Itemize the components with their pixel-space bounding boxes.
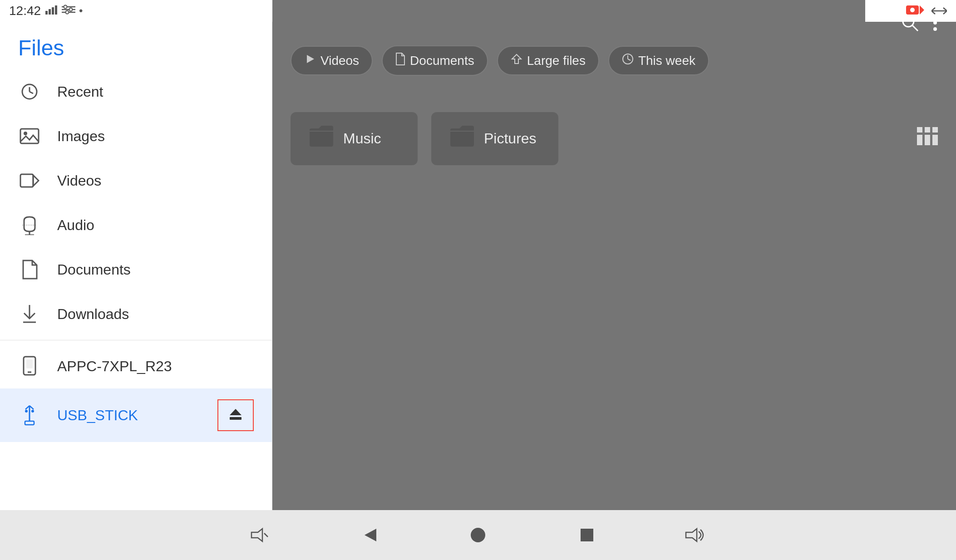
chip-videos[interactable]: Videos bbox=[291, 46, 373, 75]
svg-rect-63 bbox=[581, 529, 593, 541]
sidebar-title: Files bbox=[0, 22, 272, 69]
svg-rect-2 bbox=[52, 7, 54, 15]
svg-rect-50 bbox=[917, 127, 922, 133]
sidebar: Files Recent Images bbox=[0, 0, 272, 560]
svg-rect-32 bbox=[26, 359, 33, 368]
folder-music-label: Music bbox=[343, 130, 381, 147]
chip-documents[interactable]: Documents bbox=[382, 45, 488, 76]
recent-icon bbox=[18, 80, 41, 103]
sidebar-item-usb[interactable]: USB_STICK bbox=[0, 388, 272, 442]
svg-line-49 bbox=[628, 59, 631, 60]
svg-rect-3 bbox=[55, 5, 57, 15]
folder-pictures-label: Pictures bbox=[484, 130, 537, 147]
svg-marker-61 bbox=[365, 529, 376, 541]
record-icon bbox=[906, 4, 924, 18]
svg-point-9 bbox=[66, 11, 69, 14]
volume-up-button[interactable] bbox=[682, 521, 710, 549]
sidebar-nav: Recent Images Videos bbox=[0, 69, 272, 560]
view-toggle[interactable] bbox=[917, 127, 938, 149]
svg-line-60 bbox=[264, 533, 268, 537]
folder-card-pictures[interactable]: Pictures bbox=[431, 112, 558, 165]
main-toolbar bbox=[272, 0, 956, 45]
svg-point-37 bbox=[25, 410, 28, 413]
svg-rect-53 bbox=[917, 135, 922, 140]
svg-rect-34 bbox=[25, 421, 34, 425]
expand-icon bbox=[931, 3, 947, 19]
main-area: Videos Documents Large files bbox=[272, 0, 956, 535]
filter-chips: Videos Documents Large files bbox=[272, 45, 956, 85]
audio-icon bbox=[18, 214, 41, 236]
top-right-system bbox=[865, 0, 956, 22]
back-button[interactable] bbox=[355, 521, 383, 549]
folder-pictures-icon bbox=[449, 125, 475, 152]
volume-down-button[interactable] bbox=[246, 521, 274, 549]
sidebar-item-documents[interactable]: Documents bbox=[0, 247, 272, 292]
documents-icon bbox=[18, 258, 41, 281]
status-bar: 12:42 • bbox=[0, 0, 272, 22]
chip-videos-icon bbox=[304, 53, 316, 68]
svg-line-42 bbox=[912, 25, 918, 31]
svg-point-12 bbox=[910, 8, 915, 12]
svg-rect-40 bbox=[230, 417, 241, 420]
signal-icon bbox=[45, 5, 58, 17]
sidebar-item-usb-label: USB_STICK bbox=[57, 407, 138, 424]
sidebar-item-videos-label: Videos bbox=[57, 172, 101, 189]
svg-marker-59 bbox=[251, 529, 262, 541]
folder-card-music[interactable]: Music bbox=[291, 112, 418, 165]
svg-rect-52 bbox=[932, 127, 938, 133]
svg-rect-54 bbox=[925, 135, 930, 140]
svg-point-62 bbox=[471, 528, 485, 542]
svg-point-45 bbox=[933, 27, 937, 31]
sidebar-item-audio[interactable]: Audio bbox=[0, 203, 272, 247]
svg-rect-0 bbox=[45, 11, 48, 15]
sidebar-item-audio-label: Audio bbox=[57, 217, 94, 234]
tune-icon bbox=[62, 4, 75, 18]
sidebar-item-images[interactable]: Images bbox=[0, 114, 272, 158]
sidebar-item-downloads-label: Downloads bbox=[57, 306, 129, 323]
chip-this-week[interactable]: This week bbox=[608, 46, 709, 75]
chip-large-files[interactable]: Large files bbox=[497, 46, 599, 75]
chip-documents-icon bbox=[395, 53, 405, 69]
svg-rect-57 bbox=[925, 140, 930, 145]
svg-rect-21 bbox=[20, 129, 39, 143]
sidebar-item-appc[interactable]: APPC-7XPL_R23 bbox=[0, 344, 272, 388]
chip-this-week-icon bbox=[622, 53, 634, 68]
device-icon bbox=[18, 355, 41, 378]
svg-marker-39 bbox=[230, 409, 241, 415]
svg-rect-55 bbox=[932, 135, 938, 140]
dot-indicator: • bbox=[79, 5, 83, 17]
home-button[interactable] bbox=[464, 521, 492, 549]
folder-music-icon bbox=[309, 125, 334, 152]
chip-documents-label: Documents bbox=[410, 54, 474, 68]
sidebar-item-recent[interactable]: Recent bbox=[0, 69, 272, 114]
svg-rect-23 bbox=[20, 174, 33, 187]
videos-icon bbox=[18, 169, 41, 192]
svg-rect-58 bbox=[932, 140, 938, 145]
sidebar-item-downloads[interactable]: Downloads bbox=[0, 292, 272, 336]
chip-this-week-label: This week bbox=[638, 54, 695, 68]
chip-large-files-label: Large files bbox=[527, 54, 586, 68]
svg-point-38 bbox=[31, 410, 34, 413]
svg-rect-51 bbox=[925, 127, 930, 133]
sidebar-divider bbox=[0, 340, 272, 340]
svg-point-22 bbox=[24, 132, 27, 135]
svg-marker-46 bbox=[307, 55, 314, 63]
sidebar-item-videos[interactable]: Videos bbox=[0, 158, 272, 203]
svg-point-8 bbox=[69, 8, 73, 11]
chip-large-files-icon bbox=[511, 53, 522, 68]
status-time: 12:42 bbox=[9, 4, 41, 18]
downloads-icon bbox=[18, 303, 41, 325]
sidebar-item-recent-label: Recent bbox=[57, 84, 103, 100]
status-icons: • bbox=[45, 4, 83, 18]
folder-grid: Music Pictures bbox=[272, 94, 956, 183]
usb-icon bbox=[18, 404, 41, 427]
stop-button[interactable] bbox=[573, 521, 601, 549]
svg-rect-56 bbox=[917, 140, 922, 145]
bottom-nav bbox=[0, 510, 956, 560]
sidebar-item-appc-label: APPC-7XPL_R23 bbox=[57, 358, 172, 375]
sidebar-item-images-label: Images bbox=[57, 128, 105, 145]
svg-point-7 bbox=[64, 5, 67, 9]
chip-videos-label: Videos bbox=[320, 54, 359, 68]
eject-button[interactable] bbox=[217, 399, 254, 431]
svg-rect-1 bbox=[49, 9, 51, 15]
